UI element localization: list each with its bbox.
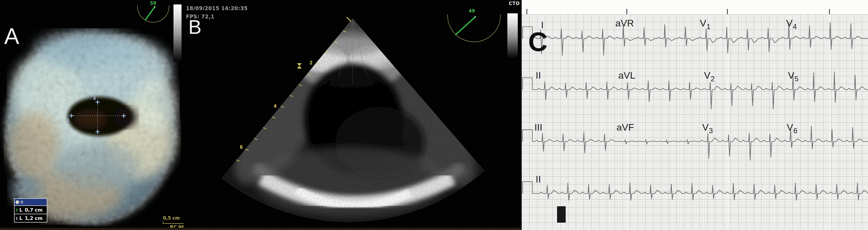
panel-b-2d-echo: 246 49 18/09/2015 14:20:35 FPS: 72,1 CTO… (184, 0, 522, 230)
panel-c-ecg: I aVR V1 V4 II aVL V2 V5 III aVF V3 V6 I… (522, 0, 868, 230)
three-panel-medical-figure: 1 2 59 A 2 L 0,7 cm (0, 0, 868, 230)
panel-a-label: A (4, 25, 19, 47)
caliper-label-2: 2 (93, 96, 96, 101)
lead-label-aVF: aVF (617, 123, 634, 132)
lead-label-III: III (534, 123, 542, 132)
dial-angle-value: 59 (150, 1, 156, 6)
grayscale-bar (174, 4, 182, 62)
ultrasound-sector (218, 15, 494, 222)
caliper-set-icon (21, 201, 24, 203)
dial-needle-icon (455, 17, 475, 35)
ecg-trace-row-1 (523, 22, 868, 55)
measurement-box: 2 L 0,7 cm 1 L 1,2 cm (14, 198, 47, 223)
lead-label-V6: V6 (787, 123, 797, 132)
depth-marker-4: 4 (274, 104, 277, 109)
probe-status-icon (16, 200, 19, 204)
scale-bar-line (163, 223, 184, 224)
ink-mark (557, 206, 566, 223)
panel-c-label: C (528, 29, 548, 55)
caliper-label-1: 1 (67, 118, 70, 123)
measurement-type: L (19, 207, 22, 213)
lead-label-V2: V2 (704, 71, 714, 80)
ecg-traces (522, 0, 868, 230)
ecg-trace-row-3 (523, 126, 868, 160)
lead-label-V4: V4 (786, 18, 797, 28)
lead-label-II-rhythm: II (536, 175, 541, 184)
lead-label-aVR: aVR (615, 18, 634, 28)
measurement-row: 2 L 0,7 cm (14, 205, 47, 214)
probe-angle-dial: 49 (447, 8, 500, 42)
caliper-index: 1 (14, 216, 19, 221)
measurement-value: 1,2 cm (25, 216, 42, 221)
lead-label-V3: V3 (702, 123, 713, 132)
dial-needle-icon (145, 7, 155, 20)
measurement-value: 0,7 cm (25, 207, 42, 213)
apex-marker-icon (347, 17, 351, 22)
3d-echo-image: 1 2 59 (0, 0, 184, 230)
caliper-index: 2 (14, 208, 19, 212)
grayscale-bar (507, 13, 518, 58)
lead-label-II: II (536, 71, 541, 80)
depth-marker-2: 2 (309, 60, 312, 66)
measurement-type: L (19, 216, 22, 221)
video-bottom-strip (0, 228, 522, 230)
measurement-box-header (14, 198, 47, 206)
acquisition-timestamp: 18/09/2015 14:20:35 (186, 5, 248, 11)
focus-marker-icon (297, 63, 302, 69)
lead-label-V5: V5 (788, 71, 798, 80)
ecg-trace-row-2 (523, 72, 868, 109)
3d-rendered-mass (7, 32, 176, 223)
scale-bar-label: 0,5 cm (161, 216, 182, 221)
dial-angle-value: 49 (469, 8, 475, 14)
lead-label-aVL: aVL (618, 71, 635, 80)
mode-label: CTO (509, 1, 520, 6)
2d-echo-image: 246 49 (184, 0, 522, 230)
depth-marker-6: 6 (240, 145, 243, 150)
panel-a-3d-echo: 1 2 59 A 2 L 0,7 cm (0, 0, 184, 230)
measurement-row: 1 L 1,2 cm (14, 214, 47, 223)
lead-label-V1: V1 (700, 18, 710, 28)
probe-angle-dial: 59 (137, 1, 169, 22)
ecg-trace-row-4 (523, 182, 868, 200)
panel-b-label: B (188, 17, 202, 37)
